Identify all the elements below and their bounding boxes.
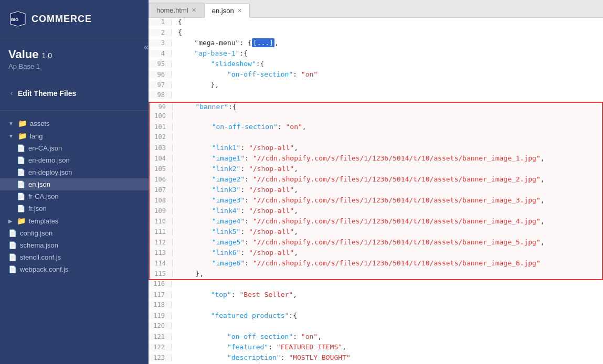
tab-home-html-close[interactable]: ✕ — [192, 7, 196, 14]
file-en-ca-json[interactable]: 📄 en-CA.json — [0, 142, 149, 154]
editor-line: 97 }, — [149, 81, 603, 91]
line-number: 100 — [150, 112, 173, 120]
line-content: "image3": "//cdn.shopify.com/s/files/1/1… — [173, 196, 602, 204]
file-webpack-conf-js-label: webpack.conf.js — [20, 265, 69, 273]
line-number: 119 — [149, 312, 172, 319]
line-number: 108 — [150, 197, 173, 204]
file-fr-json-label: fr.json — [28, 205, 47, 212]
editor-line: 107 "link3": "/shop-all", — [149, 186, 603, 196]
editor-line: 102 — [149, 133, 603, 144]
file-en-json[interactable]: 📄 en.json — [0, 178, 149, 190]
line-content: { — [172, 28, 603, 36]
edit-theme-button[interactable]: ‹ Edit Theme Files — [8, 85, 140, 102]
editor-line: 120 — [149, 322, 603, 333]
tab-home-html-label: home.html — [156, 6, 188, 14]
file-en-demo-json-label: en-demo.json — [28, 156, 70, 164]
folder-templates[interactable]: ▶ 📁 templates — [0, 215, 149, 227]
folder-assets[interactable]: ▼ 📁 assets — [0, 117, 149, 130]
file-icon: 📄 — [17, 192, 25, 200]
line-number: 4 — [149, 50, 172, 57]
editor-line: 1{ — [149, 18, 603, 28]
file-stencil-conf-js[interactable]: 📄 stencil.conf.js — [0, 251, 149, 263]
file-icon: 📄 — [8, 229, 17, 237]
edit-theme-label: Edit Theme Files — [18, 89, 76, 98]
file-en-demo-json[interactable]: 📄 en-demo.json — [0, 154, 149, 166]
editor-line: 113 "link6": "/shop-all", — [149, 249, 603, 259]
file-webpack-conf-js[interactable]: 📄 webpack.conf.js — [0, 263, 149, 275]
editor-line: 95 "slideshow":{ — [149, 60, 603, 70]
editor-line: 100 — [149, 112, 603, 123]
line-number: 115 — [150, 270, 173, 277]
line-number: 104 — [150, 155, 173, 162]
line-content: "featured-products":{ — [172, 312, 603, 319]
editor-line: 115 }, — [149, 270, 603, 280]
editor-line: 123 "description": "MOSTLY BOUGHT" — [149, 354, 603, 364]
tab-en-json[interactable]: en.json ✕ — [204, 3, 250, 18]
sidebar: BIG COMMERCE Value 1.0 Ap Base 1 « ‹ Edi… — [0, 0, 149, 364]
editor-line: 114 "image6": "//cdn.shopify.com/s/files… — [149, 259, 603, 270]
line-content: "description": "MOSTLY BOUGHT" — [172, 354, 603, 361]
line-content: "banner":{ — [173, 103, 602, 111]
tab-en-json-close[interactable]: ✕ — [237, 7, 242, 14]
line-content: "on-off-section": "on", — [172, 333, 603, 340]
line-content: "link4": "/shop-all", — [173, 207, 602, 215]
editor-line: 106 "image2": "//cdn.shopify.com/s/files… — [149, 175, 603, 186]
file-icon: 📄 — [8, 265, 17, 273]
editor-line: 96 "on-off-section": "on" — [149, 70, 603, 81]
folder-lang-label: lang — [30, 132, 43, 140]
line-number: 107 — [150, 186, 173, 194]
line-content: }, — [172, 81, 603, 89]
code-editor[interactable]: 1{2{3 "mega-menu": {[...],4 "ap-base-1":… — [149, 18, 603, 364]
line-content: "link3": "/shop-all", — [173, 186, 602, 194]
line-content: "link2": "/shop-all", — [173, 165, 602, 173]
editor-line: 111 "link5": "/shop-all", — [149, 228, 603, 238]
file-schema-json-label: schema.json — [20, 241, 58, 249]
file-config-json[interactable]: 📄 config.json — [0, 227, 149, 239]
file-icon: 📄 — [17, 156, 25, 164]
file-icon: 📄 — [8, 241, 17, 249]
line-number: 106 — [150, 176, 173, 183]
file-en-deploy-json[interactable]: 📄 en-deploy.json — [0, 166, 149, 178]
line-content: "link1": "/shop-all", — [173, 144, 602, 152]
logo-area: BIG COMMERCE — [0, 0, 149, 38]
main-editor-area: home.html ✕ en.json ✕ 1{2{3 "mega-menu":… — [149, 0, 603, 364]
line-content: "image1": "//cdn.shopify.com/s/files/1/1… — [173, 154, 602, 162]
line-number: 117 — [149, 291, 172, 298]
line-number: 2 — [149, 29, 172, 36]
folder-toggle-icon: ▶ — [8, 218, 13, 224]
line-number: 113 — [150, 249, 173, 256]
line-number: 114 — [150, 260, 173, 267]
line-number: 123 — [149, 354, 172, 361]
selected-badge: [...] — [252, 38, 274, 47]
folder-icon: 📁 — [17, 217, 26, 225]
folder-assets-label: assets — [30, 120, 50, 127]
editor-line: 110 "image4": "//cdn.shopify.com/s/files… — [149, 217, 603, 228]
folder-lang[interactable]: ▼ 📁 lang — [0, 130, 149, 142]
tab-home-html[interactable]: home.html ✕ — [149, 3, 204, 17]
line-content: "image5": "//cdn.shopify.com/s/files/1/1… — [173, 238, 602, 246]
collapse-sidebar-button[interactable]: « — [144, 42, 149, 52]
editor-line: 116 — [149, 280, 603, 291]
line-number: 103 — [150, 144, 173, 152]
editor-line: 2{ — [149, 28, 603, 39]
file-fr-ca-json[interactable]: 📄 fr-CA.json — [0, 190, 149, 202]
logo-text: COMMERCE — [31, 14, 92, 25]
folder-templates-label: templates — [29, 217, 58, 225]
file-fr-json[interactable]: 📄 fr.json — [0, 202, 149, 215]
folder-icon: 📁 — [18, 132, 27, 140]
line-content: "on-off-section": "on", — [173, 123, 602, 131]
editor-line: 99 "banner":{ — [149, 102, 603, 112]
line-number: 118 — [149, 301, 172, 308]
file-schema-json[interactable]: 📄 schema.json — [0, 239, 149, 251]
line-number: 1 — [149, 18, 172, 26]
editor-line: 122 "featured": "FEATURED ITEMS", — [149, 343, 603, 354]
file-icon: 📄 — [17, 144, 25, 152]
file-config-json-label: config.json — [20, 229, 52, 237]
editor-line: 109 "link4": "/shop-all", — [149, 207, 603, 217]
editor-line: 104 "image1": "//cdn.shopify.com/s/files… — [149, 154, 603, 165]
editor-line: 103 "link1": "/shop-all", — [149, 144, 603, 154]
folder-toggle-icon: ▼ — [8, 121, 14, 126]
file-tree: ▼ 📁 assets ▼ 📁 lang 📄 en-CA.json 📄 en-de… — [0, 115, 149, 364]
editor-line: 121 "on-off-section": "on", — [149, 333, 603, 343]
editor-line: 3 "mega-menu": {[...], — [149, 39, 603, 49]
